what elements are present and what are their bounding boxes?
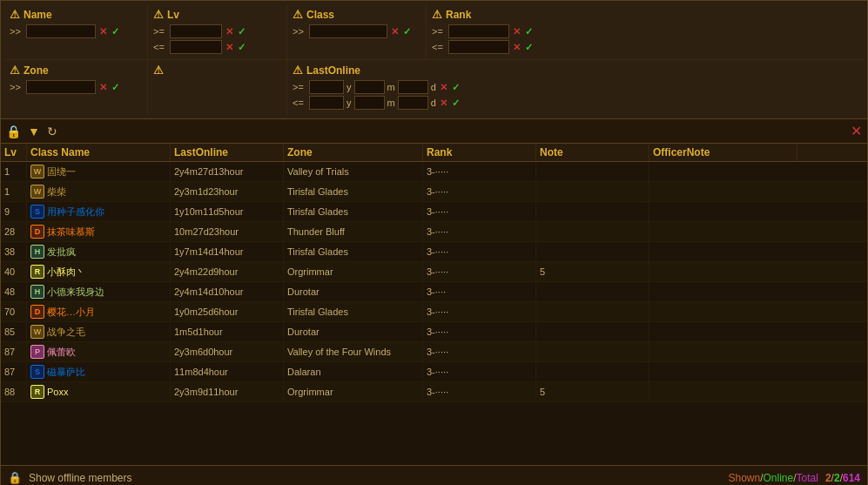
table-row[interactable]: 40 R 小酥肉丶 2y4m22d9hour Orgrimmar 3-·····…: [1, 262, 867, 282]
cell-zone: Valley of Trials: [284, 162, 423, 181]
lastonline-lte-y-input[interactable]: [309, 96, 344, 110]
show-offline-label[interactable]: Show offline members: [29, 472, 132, 484]
lastonline-lte-check-btn[interactable]: ✓: [451, 98, 461, 109]
cell-lastonline: 2y4m22d9hour: [171, 262, 284, 281]
cell-officer-note: [649, 202, 797, 221]
cell-officer-note: [649, 242, 797, 261]
cell-zone: Orgrimmar: [284, 262, 423, 281]
name-input-row: >> ✕ ✓: [10, 24, 142, 38]
lv-gte-input[interactable]: [170, 24, 222, 38]
table-row[interactable]: 88 R Poxx 2y3m9d11hour Orgrimmar 3-·····…: [1, 382, 867, 402]
cell-officer-note: [649, 222, 797, 241]
cell-lv: 40: [1, 262, 27, 281]
lastonline-gte-y-input[interactable]: [309, 80, 344, 94]
zone-input[interactable]: [26, 80, 96, 94]
class-icon: P: [30, 345, 44, 359]
name-check-btn[interactable]: ✓: [111, 26, 120, 37]
y-label-1: y: [347, 82, 352, 92]
rank-gte-input[interactable]: [448, 24, 509, 38]
lv-gte-check-btn[interactable]: ✓: [237, 26, 246, 37]
rank-gte-clear-btn[interactable]: ✕: [512, 26, 521, 37]
col-rank: Rank: [423, 144, 536, 161]
table-row[interactable]: 87 P 佩蕾欧 2y3m6d0hour Valley of the Four …: [1, 342, 867, 362]
empty-warn-icon-header: ⚠: [153, 64, 281, 77]
table-row[interactable]: 28 D 抹茶味慕斯 10m27d23hour Thunder Bluff 3-…: [1, 222, 867, 242]
online-label: Online: [764, 472, 794, 484]
table-row[interactable]: 9 S 用种子感化你 1y10m11d5hour Tirisfal Glades…: [1, 202, 867, 222]
shown-count: 2: [825, 472, 831, 484]
class-input[interactable]: [309, 24, 387, 38]
lastonline-lte-row: <= y m d ✕ ✓: [293, 96, 561, 110]
cell-lv: 1: [1, 162, 27, 181]
class-icon: W: [30, 185, 44, 199]
cell-lv: 88: [1, 382, 27, 401]
char-name: 小酥肉丶: [47, 266, 85, 279]
cell-rank: 3-·····: [423, 322, 536, 341]
cell-zone: Dalaran: [284, 362, 423, 381]
rank-gte-row: >= ✕ ✓: [432, 24, 561, 38]
zone-filter-cell: ⚠ Zone >> ✕ ✓: [4, 60, 148, 115]
cell-rank: 3-·····: [423, 242, 536, 261]
table-body[interactable]: 1 W 固绕一 2y4m27d13hour Valley of Trials 3…: [1, 162, 867, 465]
rank-lte-clear-btn[interactable]: ✕: [512, 42, 521, 53]
class-icon: S: [30, 365, 44, 379]
name-input[interactable]: [26, 24, 96, 38]
download-icon[interactable]: ▼: [28, 125, 40, 138]
cell-class-name: R 小酥肉丶: [27, 262, 171, 281]
table-row[interactable]: 1 W 柴柴 2y3m1d23hour Tirisfal Glades 3-··…: [1, 182, 867, 202]
cell-lv: 70: [1, 302, 27, 321]
table-row[interactable]: 70 D 樱花…小月 1y0m25d6hour Tirisfal Glades …: [1, 302, 867, 322]
cell-rank: 3-·····: [423, 262, 536, 281]
table-row[interactable]: 85 W 战争之毛 1m5d1hour Durotar 3-·····: [1, 322, 867, 342]
lastonline-lte-m-input[interactable]: [354, 96, 385, 110]
filter-row-1: ⚠ Name >> ✕ ✓ ⚠ Lv >= ✕ ✓ <=: [4, 4, 864, 59]
cell-lv: 85: [1, 322, 27, 341]
toolbar: 🔒 ▼ ↻ ✕: [0, 119, 868, 144]
lv-lte-row: <= ✕ ✓: [153, 40, 281, 54]
rank-gte-check-btn[interactable]: ✓: [524, 26, 534, 37]
class-filter-cell: ⚠ Class >> ✕ ✓: [287, 4, 427, 59]
lv-gte-label: >=: [153, 26, 167, 37]
rank-lte-check-btn[interactable]: ✓: [524, 42, 534, 53]
class-check-btn[interactable]: ✓: [402, 26, 412, 37]
cell-note: [536, 362, 649, 381]
table-row[interactable]: 48 H 小德来我身边 2y4m14d10hour Durotar 3-····: [1, 282, 867, 302]
lv-gte-clear-btn[interactable]: ✕: [225, 26, 234, 37]
zone-check-btn[interactable]: ✓: [111, 82, 120, 93]
zone-clear-btn[interactable]: ✕: [98, 82, 108, 93]
lastonline-gte-label: >=: [293, 82, 306, 92]
table-row[interactable]: 87 S 磁暴萨比 11m8d4hour Dalaran 3-·····: [1, 362, 867, 382]
name-clear-btn[interactable]: ✕: [98, 26, 108, 37]
cell-note: [536, 242, 649, 261]
cell-officer-note: [649, 302, 797, 321]
class-icon: H: [30, 285, 44, 299]
col-lv: Lv: [1, 144, 27, 161]
zone-input-row: >> ✕ ✓: [10, 80, 142, 94]
lastonline-gte-row: >= y m d ✕ ✓: [293, 80, 561, 94]
col-scrollbar-spacer: [797, 144, 811, 161]
lv-lte-clear-btn[interactable]: ✕: [225, 42, 234, 53]
refresh-icon[interactable]: ↻: [47, 125, 57, 138]
lastonline-gte-check-btn[interactable]: ✓: [451, 82, 461, 93]
lastonline-gte-m-input[interactable]: [354, 80, 385, 94]
lastonline-lte-clear-btn[interactable]: ✕: [439, 98, 448, 109]
lastonline-warn-icon: ⚠: [293, 64, 303, 77]
shown-label: Shown: [728, 472, 760, 484]
lock-icon: 🔒: [6, 125, 21, 138]
lv-lte-check-btn[interactable]: ✓: [237, 42, 246, 53]
table-row[interactable]: 1 W 固绕一 2y4m27d13hour Valley of Trials 3…: [1, 162, 867, 182]
class-clear-btn[interactable]: ✕: [390, 26, 400, 37]
lastonline-label: LastOnline: [306, 64, 360, 77]
lastonline-gte-clear-btn[interactable]: ✕: [439, 82, 448, 93]
class-icon: D: [30, 305, 44, 319]
zone-warn-icon: ⚠: [10, 64, 20, 77]
close-icon[interactable]: ✕: [851, 123, 862, 139]
lv-lte-input[interactable]: [170, 40, 222, 54]
rank-lte-input[interactable]: [448, 40, 509, 54]
table-row[interactable]: 38 H 发批疯 1y7m14d14hour Tirisfal Glades 3…: [1, 242, 867, 262]
lv-filter-header: ⚠ Lv: [153, 8, 281, 21]
lv-label: Lv: [167, 9, 179, 21]
lastonline-lte-d-input[interactable]: [398, 96, 428, 110]
lastonline-gte-d-input[interactable]: [398, 80, 428, 94]
cell-rank: 3-·····: [423, 302, 536, 321]
